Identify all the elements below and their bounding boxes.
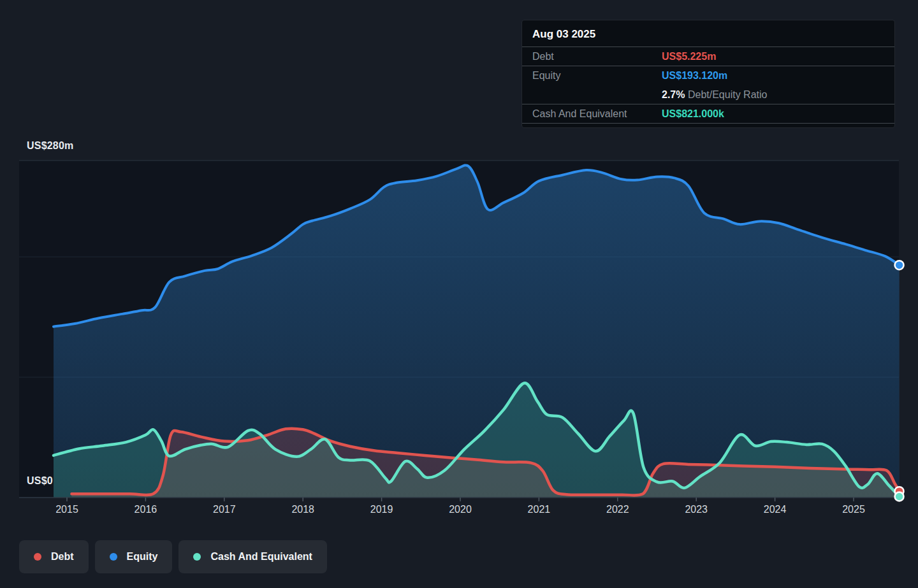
legend-label: Debt — [51, 551, 74, 563]
x-axis-label-2017: 2017 — [199, 504, 250, 515]
tooltip-equity-label: Equity — [532, 70, 662, 82]
x-axis-label-2022: 2022 — [592, 504, 643, 515]
chart-tooltip: Aug 03 2025 Debt US$5.225m Equity US$193… — [521, 20, 895, 128]
x-axis-label-2016: 2016 — [120, 504, 171, 515]
legend-dot-debt — [34, 553, 41, 561]
x-axis-label-2023: 2023 — [671, 504, 722, 515]
x-axis-label-2018: 2018 — [277, 504, 328, 515]
legend-label: Equity — [127, 551, 158, 563]
legend-dot-cash-and-equivalent — [193, 553, 201, 561]
y-axis-zero-label: US$0 — [27, 475, 53, 487]
tooltip-ratio-value: 2.7% Debt/Equity Ratio — [662, 89, 884, 101]
balance-sheet-history-chart: US$280m US$0 201520162017201820192020202… — [0, 0, 918, 588]
y-axis-max-label: US$280m — [27, 140, 73, 152]
legend-chip-cash-and-equivalent[interactable]: Cash And Equivalent — [178, 540, 326, 573]
tooltip-cash-row: Cash And Equivalent US$821.000k — [522, 104, 894, 124]
tooltip-ratio-row: 2.7% Debt/Equity Ratio — [522, 85, 894, 104]
legend-chip-equity[interactable]: Equity — [95, 540, 173, 573]
x-axis-label-2019: 2019 — [356, 504, 407, 515]
x-axis-label-2025: 2025 — [828, 504, 879, 515]
x-axis-label-2020: 2020 — [435, 504, 486, 515]
cash-and-equivalent-endpoint-dot — [895, 492, 904, 501]
legend-label: Cash And Equivalent — [210, 551, 312, 563]
legend-chip-debt[interactable]: Debt — [19, 540, 89, 573]
tooltip-cash-label: Cash And Equivalent — [532, 108, 662, 120]
chart-legend: DebtEquityCash And Equivalent — [19, 540, 327, 573]
tooltip-equity-row: Equity US$193.120m — [522, 66, 894, 85]
tooltip-debt-label: Debt — [532, 51, 662, 62]
equity-endpoint-dot — [895, 261, 904, 269]
tooltip-date: Aug 03 2025 — [522, 20, 894, 47]
x-axis-label-2015: 2015 — [41, 504, 92, 515]
tooltip-equity-value: US$193.120m — [662, 70, 884, 82]
tooltip-debt-value: US$5.225m — [662, 51, 884, 62]
x-axis-label-2021: 2021 — [513, 504, 564, 515]
tooltip-cash-value: US$821.000k — [662, 108, 884, 120]
legend-dot-equity — [110, 553, 117, 561]
tooltip-debt-row: Debt US$5.225m — [522, 47, 894, 66]
x-axis-label-2024: 2024 — [750, 504, 801, 515]
